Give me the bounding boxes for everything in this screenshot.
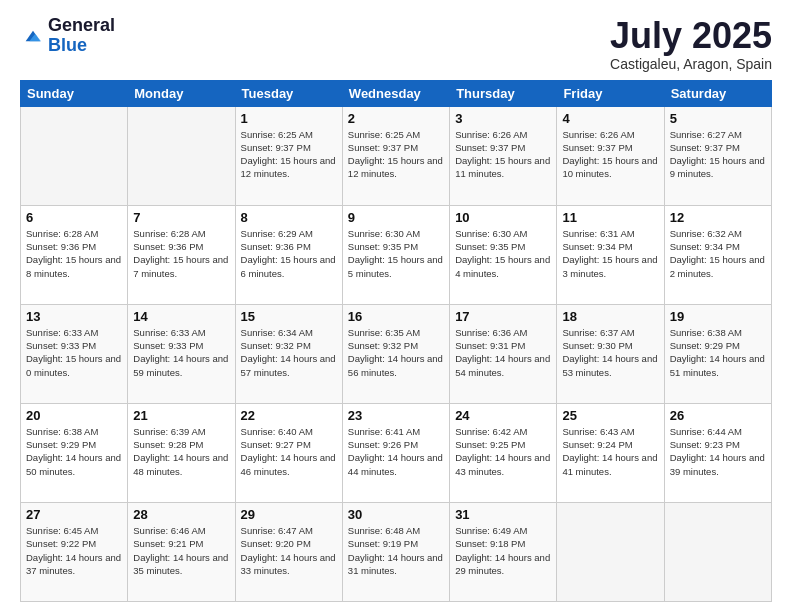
day-number: 28: [133, 507, 229, 522]
day-info: Sunrise: 6:38 AM Sunset: 9:29 PM Dayligh…: [670, 326, 766, 379]
calendar-cell: 26Sunrise: 6:44 AM Sunset: 9:23 PM Dayli…: [664, 403, 771, 502]
day-info: Sunrise: 6:31 AM Sunset: 9:34 PM Dayligh…: [562, 227, 658, 280]
logo: General Blue: [20, 16, 115, 56]
calendar-cell: 12Sunrise: 6:32 AM Sunset: 9:34 PM Dayli…: [664, 205, 771, 304]
day-info: Sunrise: 6:39 AM Sunset: 9:28 PM Dayligh…: [133, 425, 229, 478]
logo-general-text: General: [48, 16, 115, 36]
day-info: Sunrise: 6:32 AM Sunset: 9:34 PM Dayligh…: [670, 227, 766, 280]
calendar-cell: 22Sunrise: 6:40 AM Sunset: 9:27 PM Dayli…: [235, 403, 342, 502]
day-info: Sunrise: 6:40 AM Sunset: 9:27 PM Dayligh…: [241, 425, 337, 478]
day-info: Sunrise: 6:30 AM Sunset: 9:35 PM Dayligh…: [455, 227, 551, 280]
day-number: 5: [670, 111, 766, 126]
header-day-saturday: Saturday: [664, 80, 771, 106]
calendar-cell: 29Sunrise: 6:47 AM Sunset: 9:20 PM Dayli…: [235, 502, 342, 601]
calendar-cell: 2Sunrise: 6:25 AM Sunset: 9:37 PM Daylig…: [342, 106, 449, 205]
calendar-cell: 7Sunrise: 6:28 AM Sunset: 9:36 PM Daylig…: [128, 205, 235, 304]
header-day-wednesday: Wednesday: [342, 80, 449, 106]
calendar-cell: 21Sunrise: 6:39 AM Sunset: 9:28 PM Dayli…: [128, 403, 235, 502]
day-number: 22: [241, 408, 337, 423]
header-day-sunday: Sunday: [21, 80, 128, 106]
calendar-cell: 4Sunrise: 6:26 AM Sunset: 9:37 PM Daylig…: [557, 106, 664, 205]
calendar-cell: 8Sunrise: 6:29 AM Sunset: 9:36 PM Daylig…: [235, 205, 342, 304]
day-info: Sunrise: 6:46 AM Sunset: 9:21 PM Dayligh…: [133, 524, 229, 577]
day-number: 17: [455, 309, 551, 324]
day-info: Sunrise: 6:33 AM Sunset: 9:33 PM Dayligh…: [133, 326, 229, 379]
calendar-cell: 19Sunrise: 6:38 AM Sunset: 9:29 PM Dayli…: [664, 304, 771, 403]
day-info: Sunrise: 6:36 AM Sunset: 9:31 PM Dayligh…: [455, 326, 551, 379]
location: Castigaleu, Aragon, Spain: [610, 56, 772, 72]
day-info: Sunrise: 6:49 AM Sunset: 9:18 PM Dayligh…: [455, 524, 551, 577]
calendar-cell: 5Sunrise: 6:27 AM Sunset: 9:37 PM Daylig…: [664, 106, 771, 205]
day-number: 14: [133, 309, 229, 324]
day-info: Sunrise: 6:33 AM Sunset: 9:33 PM Dayligh…: [26, 326, 122, 379]
logo-text: General Blue: [48, 16, 115, 56]
day-number: 25: [562, 408, 658, 423]
day-number: 12: [670, 210, 766, 225]
day-number: 26: [670, 408, 766, 423]
day-number: 20: [26, 408, 122, 423]
calendar-cell: 15Sunrise: 6:34 AM Sunset: 9:32 PM Dayli…: [235, 304, 342, 403]
week-row-2: 6Sunrise: 6:28 AM Sunset: 9:36 PM Daylig…: [21, 205, 772, 304]
calendar-cell: 10Sunrise: 6:30 AM Sunset: 9:35 PM Dayli…: [450, 205, 557, 304]
calendar-cell: 17Sunrise: 6:36 AM Sunset: 9:31 PM Dayli…: [450, 304, 557, 403]
day-number: 11: [562, 210, 658, 225]
day-number: 3: [455, 111, 551, 126]
day-number: 27: [26, 507, 122, 522]
calendar-header: SundayMondayTuesdayWednesdayThursdayFrid…: [21, 80, 772, 106]
calendar-cell: 11Sunrise: 6:31 AM Sunset: 9:34 PM Dayli…: [557, 205, 664, 304]
day-info: Sunrise: 6:28 AM Sunset: 9:36 PM Dayligh…: [26, 227, 122, 280]
calendar-cell: 1Sunrise: 6:25 AM Sunset: 9:37 PM Daylig…: [235, 106, 342, 205]
calendar-table: SundayMondayTuesdayWednesdayThursdayFrid…: [20, 80, 772, 602]
day-number: 4: [562, 111, 658, 126]
calendar-cell: 24Sunrise: 6:42 AM Sunset: 9:25 PM Dayli…: [450, 403, 557, 502]
calendar-cell: 20Sunrise: 6:38 AM Sunset: 9:29 PM Dayli…: [21, 403, 128, 502]
day-number: 7: [133, 210, 229, 225]
day-info: Sunrise: 6:48 AM Sunset: 9:19 PM Dayligh…: [348, 524, 444, 577]
header-day-friday: Friday: [557, 80, 664, 106]
calendar-cell: 14Sunrise: 6:33 AM Sunset: 9:33 PM Dayli…: [128, 304, 235, 403]
day-info: Sunrise: 6:35 AM Sunset: 9:32 PM Dayligh…: [348, 326, 444, 379]
day-number: 13: [26, 309, 122, 324]
day-number: 2: [348, 111, 444, 126]
calendar-cell: [557, 502, 664, 601]
day-number: 29: [241, 507, 337, 522]
header-day-monday: Monday: [128, 80, 235, 106]
day-number: 15: [241, 309, 337, 324]
day-number: 8: [241, 210, 337, 225]
calendar-cell: 18Sunrise: 6:37 AM Sunset: 9:30 PM Dayli…: [557, 304, 664, 403]
day-number: 31: [455, 507, 551, 522]
day-info: Sunrise: 6:37 AM Sunset: 9:30 PM Dayligh…: [562, 326, 658, 379]
calendar-cell: 31Sunrise: 6:49 AM Sunset: 9:18 PM Dayli…: [450, 502, 557, 601]
header: General Blue July 2025 Castigaleu, Arago…: [20, 16, 772, 72]
day-info: Sunrise: 6:27 AM Sunset: 9:37 PM Dayligh…: [670, 128, 766, 181]
days-of-week-row: SundayMondayTuesdayWednesdayThursdayFrid…: [21, 80, 772, 106]
day-number: 21: [133, 408, 229, 423]
day-info: Sunrise: 6:44 AM Sunset: 9:23 PM Dayligh…: [670, 425, 766, 478]
page: General Blue July 2025 Castigaleu, Arago…: [0, 0, 792, 612]
week-row-5: 27Sunrise: 6:45 AM Sunset: 9:22 PM Dayli…: [21, 502, 772, 601]
calendar-cell: 27Sunrise: 6:45 AM Sunset: 9:22 PM Dayli…: [21, 502, 128, 601]
day-info: Sunrise: 6:45 AM Sunset: 9:22 PM Dayligh…: [26, 524, 122, 577]
logo-blue-text: Blue: [48, 36, 115, 56]
day-number: 30: [348, 507, 444, 522]
title-block: July 2025 Castigaleu, Aragon, Spain: [610, 16, 772, 72]
calendar-cell: [664, 502, 771, 601]
day-info: Sunrise: 6:30 AM Sunset: 9:35 PM Dayligh…: [348, 227, 444, 280]
header-day-thursday: Thursday: [450, 80, 557, 106]
day-info: Sunrise: 6:34 AM Sunset: 9:32 PM Dayligh…: [241, 326, 337, 379]
day-number: 18: [562, 309, 658, 324]
day-number: 23: [348, 408, 444, 423]
day-info: Sunrise: 6:26 AM Sunset: 9:37 PM Dayligh…: [455, 128, 551, 181]
header-day-tuesday: Tuesday: [235, 80, 342, 106]
week-row-1: 1Sunrise: 6:25 AM Sunset: 9:37 PM Daylig…: [21, 106, 772, 205]
day-number: 16: [348, 309, 444, 324]
calendar-cell: [128, 106, 235, 205]
calendar-body: 1Sunrise: 6:25 AM Sunset: 9:37 PM Daylig…: [21, 106, 772, 601]
calendar-cell: 16Sunrise: 6:35 AM Sunset: 9:32 PM Dayli…: [342, 304, 449, 403]
day-number: 19: [670, 309, 766, 324]
calendar-cell: 9Sunrise: 6:30 AM Sunset: 9:35 PM Daylig…: [342, 205, 449, 304]
calendar-cell: 30Sunrise: 6:48 AM Sunset: 9:19 PM Dayli…: [342, 502, 449, 601]
day-info: Sunrise: 6:25 AM Sunset: 9:37 PM Dayligh…: [241, 128, 337, 181]
day-number: 1: [241, 111, 337, 126]
day-info: Sunrise: 6:26 AM Sunset: 9:37 PM Dayligh…: [562, 128, 658, 181]
